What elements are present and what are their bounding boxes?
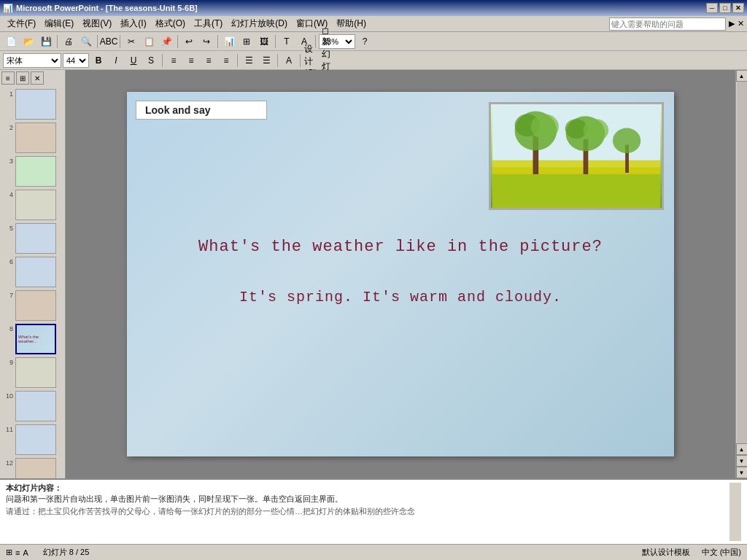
copy-btn[interactable]: 📋: [141, 34, 157, 49]
toolbar-sep-6: [275, 35, 276, 48]
underline-btn[interactable]: U: [125, 53, 142, 68]
help-btn[interactable]: ?: [357, 34, 373, 49]
open-btn[interactable]: 📂: [20, 34, 36, 49]
panel-thumb-btn[interactable]: ⊞: [16, 71, 29, 85]
new-slide-btn[interactable]: ◻新幻灯片(N): [321, 53, 337, 68]
slide-thumb-11[interactable]: [15, 424, 56, 455]
justify-btn[interactable]: ≡: [218, 53, 234, 68]
align-right-btn[interactable]: ≡: [201, 53, 217, 68]
textbox-btn[interactable]: T: [279, 34, 295, 49]
insert-table-btn[interactable]: ⊞: [239, 34, 255, 49]
slide-thumb-container-3: 3: [3, 156, 62, 187]
svg-point-7: [531, 114, 559, 139]
maximize-button[interactable]: □: [719, 3, 731, 13]
help-close-icon[interactable]: ✕: [738, 19, 744, 28]
font-size-select[interactable]: 44: [63, 53, 89, 68]
menu-insert[interactable]: 插入(I): [116, 16, 150, 31]
slide-num-5: 5: [3, 225, 13, 232]
scroll-page-down-btn[interactable]: ▼: [736, 455, 748, 467]
slide-count-section: 幻灯片 8 / 25: [43, 547, 90, 558]
slide-count: 幻灯片 8 / 25: [43, 547, 90, 558]
slide-thumb-container-12: 12: [3, 458, 62, 478]
design-btn[interactable]: 设计(G): [303, 53, 320, 68]
menu-help[interactable]: 帮助(H): [332, 16, 371, 31]
status-icon-3[interactable]: A: [23, 548, 28, 557]
right-scrollbar: ▲ ▲ ▼ ▼: [735, 70, 747, 478]
font-color-btn[interactable]: A: [281, 53, 297, 68]
slide-num-4: 4: [3, 191, 13, 198]
spell-btn[interactable]: ABC: [101, 34, 117, 49]
help-search-input[interactable]: [609, 18, 726, 31]
slide-thumb-2[interactable]: [15, 122, 56, 153]
slide-thumb-container-7: 7: [3, 290, 62, 321]
slide-thumb-8[interactable]: What's the weather...: [15, 324, 56, 354]
menu-slideshow[interactable]: 幻灯片放映(D): [227, 16, 292, 31]
menu-edit[interactable]: 编辑(E): [40, 16, 78, 31]
slide-num-6: 6: [3, 258, 13, 265]
slide-thumb-6[interactable]: [15, 257, 56, 287]
undo-btn[interactable]: ↩: [181, 34, 197, 49]
minimize-button[interactable]: ─: [706, 3, 718, 13]
toolbar-sep-3: [120, 35, 120, 48]
slide-thumb-5[interactable]: [15, 223, 56, 254]
slide-thumb-container-5: 5: [3, 223, 62, 254]
close-button[interactable]: ✕: [732, 3, 744, 13]
slide-thumb-container-10: 10: [3, 391, 62, 421]
slide-thumb-container-9: 9: [3, 357, 62, 388]
slide-num-11: 11: [3, 426, 13, 433]
insert-pic-btn[interactable]: 🖼: [256, 34, 272, 49]
redo-btn[interactable]: ↪: [198, 34, 214, 49]
italic-btn[interactable]: I: [108, 53, 124, 68]
print-btn[interactable]: 🖨: [61, 34, 77, 49]
slide-num-7: 7: [3, 292, 13, 299]
slide-thumb-9[interactable]: [15, 357, 56, 388]
panel-header: ≡ ⊞ ✕: [0, 70, 65, 86]
slide-thumb-3[interactable]: [15, 156, 56, 187]
panel-close-btn[interactable]: ✕: [31, 71, 44, 85]
slide-title-text: Look and say: [145, 104, 210, 116]
menu-view[interactable]: 视图(V): [78, 16, 116, 31]
shadow-btn[interactable]: S: [143, 53, 159, 68]
slide-thumb-7[interactable]: [15, 290, 56, 321]
insert-chart-btn[interactable]: 📊: [221, 34, 237, 49]
align-center-btn[interactable]: ≡: [183, 53, 199, 68]
slide-num-1: 1: [3, 90, 13, 98]
slide-thumb-12[interactable]: [15, 458, 56, 478]
align-left-btn[interactable]: ≡: [166, 53, 182, 68]
panel-outline-btn[interactable]: ≡: [1, 71, 15, 85]
notes-content: 本幻灯片内容： 问题和第一张图片自动出现，单击图片前一张图消失，同时呈现下一张。…: [6, 483, 729, 541]
slide-thumb-10[interactable]: [15, 391, 56, 421]
language-name: 中文 (中国): [702, 547, 741, 558]
paste-btn[interactable]: 📌: [158, 34, 174, 49]
main-toolbar: 📄 📂 💾 🖨 🔍 ABC ✂ 📋 📌 ↩ ↪ 📊 ⊞ 🖼 T A 33% 50…: [0, 32, 747, 51]
toolbar-sep-2: [97, 35, 98, 48]
save-btn[interactable]: 💾: [38, 34, 54, 49]
help-search-box: ▶ ✕: [609, 18, 744, 31]
menu-format[interactable]: 格式(O): [151, 16, 190, 31]
menu-tools[interactable]: 工具(T): [190, 16, 227, 31]
status-icon-1[interactable]: ⊞: [6, 548, 12, 557]
scroll-track[interactable]: [737, 82, 747, 443]
preview-btn[interactable]: 🔍: [78, 34, 94, 49]
numbering-btn[interactable]: ☰: [258, 53, 274, 68]
cut-btn[interactable]: ✂: [123, 34, 139, 49]
status-bar: ⊞ ≡ A 幻灯片 8 / 25 默认设计模板 中文 (中国): [0, 544, 747, 560]
slide-thumb-4[interactable]: [15, 190, 56, 220]
fmt-sep-2: [237, 54, 238, 67]
main-area: ≡ ⊞ ✕ 12345678What's the weather...91011…: [0, 70, 747, 478]
format-toolbar: 宋体 44 B I U S ≡ ≡ ≡ ≡ ☰ ☰ A 设计(G) ◻新幻灯片(…: [0, 51, 747, 70]
scroll-up-btn[interactable]: ▲: [736, 70, 748, 82]
scroll-page-up-btn[interactable]: ▲: [736, 443, 748, 455]
bold-btn[interactable]: B: [90, 53, 107, 68]
notes-scrollbar[interactable]: [729, 483, 741, 541]
slide-thumb-1[interactable]: [15, 89, 56, 120]
new-btn[interactable]: 📄: [3, 34, 19, 49]
slide-thumb-container-4: 4: [3, 190, 62, 220]
menu-file[interactable]: 文件(F): [3, 16, 40, 31]
fmt-sep-3: [277, 54, 278, 67]
bullets-btn[interactable]: ☰: [241, 53, 257, 68]
help-search-icon[interactable]: ▶: [729, 19, 735, 28]
scroll-down-btn[interactable]: ▼: [736, 467, 748, 478]
status-icon-2[interactable]: ≡: [15, 548, 20, 557]
font-select[interactable]: 宋体: [3, 53, 61, 68]
